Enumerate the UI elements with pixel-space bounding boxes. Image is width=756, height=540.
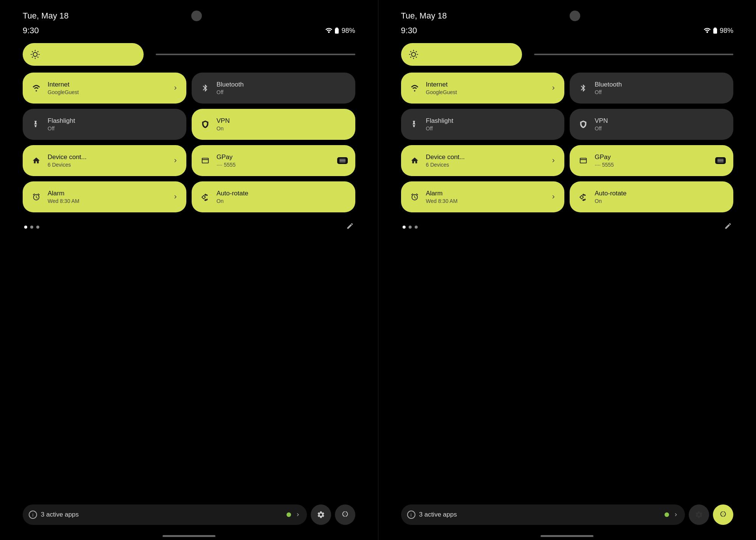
- tile-sub-bluetooth: Off: [595, 89, 726, 95]
- tile-internet[interactable]: Internet GoogleGuest: [23, 73, 186, 104]
- tile-sub-flashlight: Off: [48, 125, 179, 132]
- phone-panel-right: Tue, May 18 9:30 98%: [378, 0, 756, 540]
- tile-device[interactable]: Device cont... 6 Devices: [401, 145, 565, 176]
- tile-icon-alarm: [409, 193, 421, 201]
- tile-text-bluetooth: Bluetooth Off: [595, 81, 726, 95]
- page-dot-0[interactable]: [24, 226, 27, 229]
- active-dot: [665, 512, 669, 517]
- settings-icon: [695, 511, 703, 519]
- status-row-time: 9:30 98%: [23, 26, 355, 43]
- page-dot-2[interactable]: [415, 226, 418, 229]
- tile-sub-internet: GoogleGuest: [426, 89, 545, 95]
- tile-text-device: Device cont... 6 Devices: [48, 153, 167, 168]
- status-icons: 98%: [325, 27, 355, 35]
- edit-icon[interactable]: [724, 222, 732, 232]
- active-apps-pill[interactable]: i 3 active apps: [23, 504, 307, 525]
- tile-autorotate[interactable]: Auto-rotate On: [192, 181, 355, 212]
- edit-icon[interactable]: [346, 222, 354, 232]
- svg-rect-3: [339, 160, 345, 161]
- page-dot-2[interactable]: [36, 226, 39, 229]
- brightness-pill[interactable]: [23, 43, 144, 66]
- tile-device[interactable]: Device cont... 6 Devices: [23, 145, 186, 176]
- tile-label-bluetooth: Bluetooth: [217, 81, 348, 88]
- tile-icon-device: [30, 156, 42, 165]
- quick-tiles-grid: Internet GoogleGuest Bluetooth Off Flash…: [401, 73, 734, 212]
- wifi-status-icon: [704, 28, 711, 33]
- tile-sub-flashlight: Off: [426, 125, 557, 132]
- tile-sub-bluetooth: Off: [217, 89, 348, 95]
- power-icon: [719, 511, 727, 519]
- tile-autorotate[interactable]: Auto-rotate On: [570, 181, 733, 212]
- tile-icon-bluetooth: [199, 84, 211, 92]
- page-dot-0[interactable]: [403, 226, 406, 229]
- tile-internet[interactable]: Internet GoogleGuest: [401, 73, 565, 104]
- info-icon: i: [407, 511, 415, 519]
- svg-rect-4: [713, 28, 717, 34]
- tile-text-device: Device cont... 6 Devices: [426, 153, 545, 168]
- tile-icon-autorotate: [577, 193, 589, 201]
- tile-alarm[interactable]: Alarm Wed 8:30 AM: [401, 181, 565, 212]
- tile-label-alarm: Alarm: [426, 190, 545, 197]
- tile-text-autorotate: Auto-rotate On: [595, 190, 726, 204]
- chevron-right-icon: [673, 512, 679, 518]
- page-dots-row: [401, 219, 734, 235]
- tile-sub-device: 6 Devices: [48, 162, 167, 168]
- tile-sub-gpay: ···· 5555: [217, 162, 332, 168]
- tile-label-device: Device cont...: [426, 153, 545, 161]
- svg-rect-0: [335, 28, 339, 34]
- tile-flashlight[interactable]: Flashlight Off: [401, 109, 565, 140]
- brightness-icon: [30, 50, 40, 59]
- tile-icon-internet: [409, 84, 421, 92]
- tile-vpn[interactable]: VPN Off: [570, 109, 733, 140]
- tile-bluetooth[interactable]: Bluetooth Off: [570, 73, 733, 104]
- tile-text-flashlight: Flashlight Off: [48, 117, 179, 132]
- battery-percent: 98%: [720, 27, 733, 35]
- power-button[interactable]: [335, 504, 355, 525]
- brightness-track[interactable]: [156, 54, 355, 55]
- settings-button[interactable]: [311, 504, 331, 525]
- status-bar-top: Tue, May 18: [401, 0, 734, 26]
- gpay-card: [715, 157, 726, 164]
- active-apps-pill[interactable]: i 3 active apps: [401, 504, 685, 525]
- phone-panel-left: Tue, May 18 9:30 98%: [0, 0, 378, 540]
- battery-status-icon: [335, 27, 339, 34]
- tile-text-internet: Internet GoogleGuest: [426, 81, 545, 95]
- tile-label-device: Device cont...: [48, 153, 167, 161]
- tile-label-autorotate: Auto-rotate: [217, 190, 348, 197]
- tile-alarm[interactable]: Alarm Wed 8:30 AM: [23, 181, 186, 212]
- tile-icon-vpn: [199, 120, 211, 128]
- brightness-icon: [409, 50, 418, 59]
- status-bar-top: Tue, May 18: [23, 0, 355, 26]
- tile-label-flashlight: Flashlight: [48, 117, 179, 125]
- tile-gpay[interactable]: GPay ···· 5555: [570, 145, 733, 176]
- tile-text-vpn: VPN On: [217, 117, 348, 132]
- status-date: Tue, May 18: [401, 11, 447, 21]
- tile-text-autorotate: Auto-rotate On: [217, 190, 348, 204]
- tile-text-bluetooth: Bluetooth Off: [217, 81, 348, 95]
- tile-chevron-device: [550, 157, 557, 164]
- tile-gpay[interactable]: GPay ···· 5555: [192, 145, 355, 176]
- tile-sub-autorotate: On: [595, 198, 726, 204]
- page-dots-row: [23, 219, 355, 235]
- bottom-bar: i 3 active apps: [401, 504, 734, 525]
- status-time: 9:30: [23, 26, 39, 36]
- settings-button[interactable]: [689, 504, 709, 525]
- tile-text-internet: Internet GoogleGuest: [48, 81, 167, 95]
- tile-chevron-internet: [550, 85, 557, 91]
- tile-text-gpay: GPay ···· 5555: [217, 153, 332, 168]
- svg-rect-1: [336, 28, 338, 29]
- tile-bluetooth[interactable]: Bluetooth Off: [192, 73, 355, 104]
- quick-tiles-grid: Internet GoogleGuest Bluetooth Off Flash…: [23, 73, 355, 212]
- brightness-pill[interactable]: [401, 43, 522, 66]
- page-dot-1[interactable]: [30, 226, 33, 229]
- page-dot-1[interactable]: [409, 226, 412, 229]
- tile-flashlight[interactable]: Flashlight Off: [23, 109, 186, 140]
- power-button[interactable]: [713, 504, 733, 525]
- status-time: 9:30: [401, 26, 417, 36]
- brightness-row[interactable]: [401, 43, 734, 66]
- brightness-row[interactable]: [23, 43, 355, 66]
- tile-icon-gpay: [577, 156, 589, 165]
- bottom-bar: i 3 active apps: [23, 504, 355, 525]
- brightness-track[interactable]: [534, 54, 734, 55]
- tile-vpn[interactable]: VPN On: [192, 109, 355, 140]
